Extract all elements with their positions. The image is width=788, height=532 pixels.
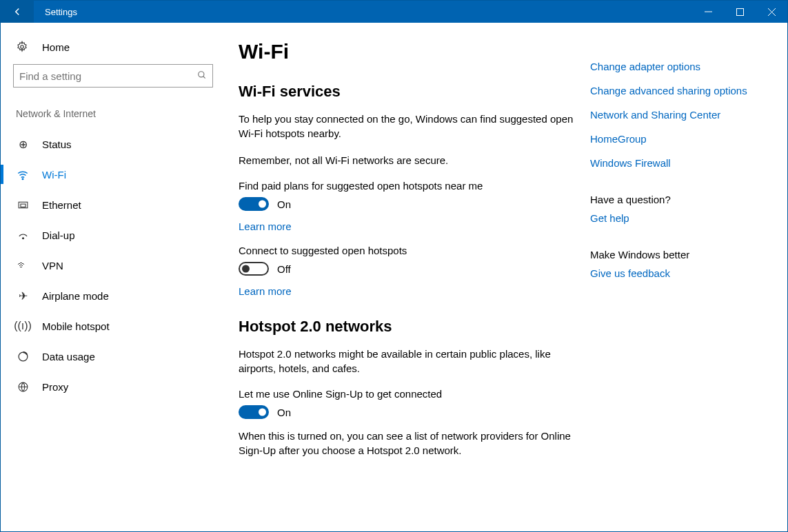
sidebar-item-label: Airplane mode: [42, 290, 109, 302]
feedback-heading: Make Windows better: [590, 249, 769, 260]
svg-point-5: [199, 71, 204, 76]
sidebar-item-proxy[interactable]: Proxy: [13, 371, 221, 402]
hotspot-icon: ((ı)): [16, 320, 30, 332]
link-network-sharing-center[interactable]: Network and Sharing Center: [590, 109, 769, 121]
search-input[interactable]: [19, 70, 197, 82]
toggle-state-open-hotspots: Off: [277, 263, 291, 275]
sidebar-item-datausage[interactable]: Data usage: [13, 341, 221, 371]
sidebar-item-status[interactable]: ⊕ Status: [13, 129, 221, 159]
toggle-online-signup[interactable]: [239, 405, 269, 419]
svg-point-10: [22, 237, 23, 238]
sidebar-item-dialup[interactable]: Dial-up: [13, 220, 221, 250]
dialup-icon: [16, 229, 30, 241]
close-button[interactable]: [756, 1, 787, 23]
sidebar: Home Network & Internet ⊕ Status Wi-Fi: [1, 23, 221, 531]
datausage-icon: [16, 351, 30, 362]
ethernet-icon: [16, 199, 30, 211]
feedback-link[interactable]: Give us feedback: [590, 267, 769, 279]
airplane-icon: ✈: [16, 289, 30, 303]
sidebar-item-label: Wi-Fi: [42, 169, 66, 181]
sidebar-item-label: Mobile hotspot: [42, 320, 110, 332]
home-button[interactable]: Home: [13, 35, 221, 64]
window-title: Settings: [45, 7, 77, 17]
section-heading-wifi-services: Wi-Fi services: [239, 83, 590, 101]
toggle-open-hotspots[interactable]: [239, 262, 269, 276]
proxy-icon: [16, 381, 30, 393]
toggle-paid-plans[interactable]: [239, 197, 269, 211]
search-box[interactable]: [13, 64, 213, 88]
sidebar-item-airplane[interactable]: ✈ Airplane mode: [13, 280, 221, 311]
sidebar-item-label: Data usage: [42, 351, 95, 362]
page-title: Wi-Fi: [239, 40, 590, 63]
hotspot20-desc-2: When this is turned on, you can see a li…: [239, 429, 590, 458]
link-advanced-sharing[interactable]: Change advanced sharing options: [590, 85, 769, 96]
sidebar-item-label: Status: [42, 139, 72, 150]
get-help-link[interactable]: Get help: [590, 212, 769, 224]
wifi-icon: [16, 168, 30, 181]
sidebar-item-hotspot[interactable]: ((ı)) Mobile hotspot: [13, 311, 221, 341]
back-button[interactable]: [1, 1, 34, 23]
sidebar-item-label: VPN: [42, 260, 63, 272]
link-windows-firewall[interactable]: Windows Firewall: [590, 157, 769, 169]
toggle-label-paid-plans: Find paid plans for suggested open hotsp…: [239, 180, 590, 192]
sidebar-item-label: Proxy: [42, 381, 68, 393]
sidebar-item-vpn[interactable]: ᯤ VPN: [13, 250, 221, 280]
main-content: Wi-Fi Wi-Fi services To help you stay co…: [221, 23, 787, 531]
minimize-button[interactable]: [692, 1, 724, 23]
sidebar-item-wifi[interactable]: Wi-Fi: [13, 159, 221, 190]
learn-more-link-2[interactable]: Learn more: [239, 285, 590, 297]
wifi-services-desc-1: To help you stay connected on the go, Wi…: [239, 112, 590, 141]
svg-rect-9: [20, 204, 25, 207]
toggle-state-paid-plans: On: [277, 198, 291, 210]
section-heading-hotspot20: Hotspot 2.0 networks: [239, 318, 590, 336]
svg-point-7: [22, 178, 23, 180]
svg-line-6: [203, 76, 205, 78]
search-icon: [197, 70, 207, 82]
sidebar-item-label: Ethernet: [42, 199, 81, 211]
home-label: Home: [42, 41, 70, 53]
sidebar-category: Network & Internet: [13, 108, 221, 119]
toggle-state-online-signup: On: [277, 407, 291, 418]
svg-rect-1: [736, 8, 743, 15]
toggle-label-open-hotspots: Connect to suggested open hotspots: [239, 245, 590, 256]
titlebar: Settings: [1, 1, 787, 23]
link-change-adapter[interactable]: Change adapter options: [590, 61, 769, 72]
question-heading: Have a question?: [590, 194, 769, 205]
hotspot20-desc-1: Hotspot 2.0 networks might be available …: [239, 347, 590, 376]
learn-more-link-1[interactable]: Learn more: [239, 221, 590, 232]
vpn-icon: ᯤ: [16, 259, 30, 272]
gear-icon: [16, 41, 30, 53]
sidebar-item-label: Dial-up: [42, 229, 75, 241]
maximize-button[interactable]: [724, 1, 756, 23]
svg-point-4: [21, 45, 24, 49]
toggle-label-online-signup: Let me use Online Sign-Up to get connect…: [239, 388, 590, 400]
sidebar-item-ethernet[interactable]: Ethernet: [13, 190, 221, 220]
related-links: Change adapter options Change advanced s…: [590, 40, 769, 531]
link-homegroup[interactable]: HomeGroup: [590, 133, 769, 145]
wifi-services-desc-2: Remember, not all Wi-Fi networks are sec…: [239, 153, 590, 167]
status-icon: ⊕: [16, 138, 30, 151]
